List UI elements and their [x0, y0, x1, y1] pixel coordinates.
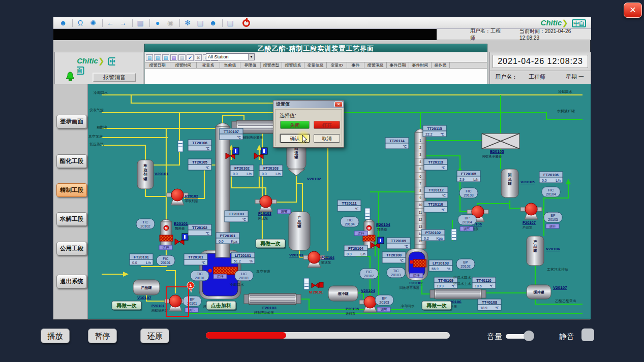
- instrument-TT40110[interactable]: TT4011018.6℃: [472, 277, 496, 288]
- controller-TIC20103[interactable]: TIC20103: [387, 268, 405, 278]
- play-button[interactable]: 播放: [41, 328, 70, 343]
- restore-button[interactable]: 还原: [140, 328, 169, 343]
- diagram-button-4[interactable]: 再做一次: [422, 301, 452, 311]
- alarm-page-icon-3[interactable]: ▤: [162, 54, 169, 61]
- instrument-FT20103[interactable]: FT201030.0L/h: [259, 165, 283, 176]
- power-icon[interactable]: [242, 19, 250, 27]
- status-box[interactable]: 运行: [213, 274, 227, 279]
- back-icon[interactable]: ←: [105, 18, 116, 27]
- instrument-FT20105[interactable]: FT201052.9L/h: [457, 171, 480, 182]
- alarm-column-13[interactable]: 操作员: [432, 62, 450, 68]
- sidebar-item-6[interactable]: 退出系统: [56, 275, 87, 288]
- settings-icon[interactable]: ✻: [182, 18, 193, 27]
- alarm-column-1[interactable]: 报警时间: [170, 62, 197, 68]
- alarm-column-10[interactable]: 报警消息: [364, 62, 387, 68]
- status-box[interactable]: 运行: [410, 273, 423, 278]
- controller-TIC20104[interactable]: TIC20104: [341, 217, 359, 227]
- instrument-LIT20101[interactable]: LIT2010151.2%: [231, 252, 255, 264]
- controller-BP20105[interactable]: BP20105: [544, 212, 562, 222]
- instrument-TT20110[interactable]: TT20110℃: [424, 201, 447, 212]
- sidebar-item-2[interactable]: 酯化工段: [56, 154, 87, 168]
- alarm-mute-button[interactable]: 报警消音: [93, 73, 136, 82]
- instrument-TT20108[interactable]: TT20108℃: [382, 252, 406, 263]
- status-box[interactable]: 运行: [159, 245, 172, 250]
- controller-FIC20101[interactable]: FIC20101: [157, 255, 175, 266]
- chevron-down-icon[interactable]: ▼: [248, 54, 254, 60]
- dialog-close-icon[interactable]: ✕: [334, 102, 343, 107]
- forward-icon[interactable]: →: [117, 18, 129, 27]
- volume-slider-thumb[interactable]: [524, 331, 534, 341]
- instrument-TT40108[interactable]: TT4010818.9℃: [478, 299, 501, 310]
- alarm-column-7[interactable]: 变量信息: [304, 62, 327, 68]
- status-box[interactable]: 调节: [278, 209, 291, 214]
- diagram-button-2[interactable]: 点击加料: [206, 301, 237, 311]
- progress-bar[interactable]: [206, 332, 450, 339]
- alarm-page-icon-1[interactable]: ▤: [146, 54, 153, 61]
- controller-FIC20104[interactable]: FIC20104: [542, 187, 560, 197]
- instrument-FT20101[interactable]: FT201010.0L/h: [130, 254, 153, 265]
- alarm-column-9[interactable]: 事件: [347, 62, 364, 68]
- instrument-TT20115[interactable]: TT2011522.2℃: [423, 125, 446, 137]
- close-value-button[interactable]: 关闭: [280, 121, 310, 129]
- cancel-button[interactable]: 取消: [314, 134, 340, 143]
- alarm-check-icon[interactable]: ✔: [187, 54, 194, 61]
- controller-FIC20102[interactable]: FIC20102: [360, 269, 378, 279]
- stop-icon[interactable]: ●: [152, 18, 163, 27]
- close-window-button[interactable]: ✕: [624, 3, 642, 18]
- chart-icon[interactable]: ▦: [135, 18, 146, 27]
- alarm-table-body[interactable]: [145, 69, 487, 84]
- sidebar-item-5[interactable]: 公用工段: [56, 242, 87, 255]
- controller-LIC20101[interactable]: LIC20101: [235, 271, 253, 281]
- alarm-page-icon-4[interactable]: ▤: [170, 54, 177, 61]
- instrument-TT20113[interactable]: TT20113℃: [424, 159, 447, 170]
- instrument-TT20112[interactable]: TT20112℃: [424, 187, 448, 198]
- alarm-cross-icon[interactable]: ✖: [195, 54, 202, 61]
- controller-TIC20101[interactable]: TIC20101: [191, 271, 209, 281]
- status-box[interactable]: 运行: [354, 231, 367, 236]
- operator-icon[interactable]: ☻: [207, 18, 219, 27]
- alarm-column-0[interactable]: 报警日期: [145, 62, 170, 68]
- bell-icon[interactable]: Ω: [75, 18, 86, 27]
- sidebar-item-4[interactable]: 水解工段: [56, 212, 87, 226]
- status-box[interactable]: 调节: [460, 226, 473, 231]
- controller-BP20102[interactable]: BP20102: [456, 259, 475, 269]
- controller-BP20104[interactable]: BP20104: [458, 215, 476, 225]
- instrument-FT20102[interactable]: FT201020.0L/h: [230, 165, 254, 176]
- alarm-column-4[interactable]: 界限值: [240, 62, 261, 68]
- status-box[interactable]: 调节: [546, 224, 559, 228]
- alarm-page-icon-2[interactable]: ▤: [154, 54, 161, 61]
- alarm-page-icon-5[interactable]: ▤: [178, 54, 186, 61]
- instrument-TT20111[interactable]: TT20111℃: [338, 200, 361, 211]
- instrument-FT20106[interactable]: FT201060.0L/h: [539, 172, 563, 183]
- status-box[interactable]: 调节: [185, 308, 198, 312]
- report-icon[interactable]: ▤: [195, 18, 206, 27]
- open-value-button[interactable]: 打开: [314, 121, 340, 129]
- station-dropdown[interactable]: All Station ▼: [206, 53, 255, 60]
- sidebar-item-1[interactable]: 登录画面: [56, 115, 87, 128]
- controller-TIC20102[interactable]: TIC20102: [136, 219, 155, 229]
- alarm-column-2[interactable]: 变量名: [197, 62, 220, 68]
- instrument-TT20107[interactable]: TT20107℃: [220, 128, 243, 140]
- mute-checkbox[interactable]: [581, 328, 594, 341]
- user-icon[interactable]: ☻: [57, 18, 69, 27]
- instrument-PT20102[interactable]: PT201020.2Kpa: [421, 229, 445, 241]
- pause-button[interactable]: 暂停: [88, 328, 117, 343]
- confirm-button[interactable]: 确认: [280, 134, 310, 143]
- document-icon[interactable]: ▤: [225, 18, 236, 27]
- instrument-TT20106[interactable]: TT20106℃: [188, 140, 211, 151]
- instrument-TT20109[interactable]: TT20109℃: [387, 238, 410, 249]
- instrument-LIT20103[interactable]: LIT2010355.9%: [429, 260, 452, 271]
- status-box[interactable]: 调节: [377, 307, 390, 312]
- alarm-column-3[interactable]: 当前值: [220, 62, 240, 68]
- instrument-FT20104[interactable]: FT201040.0L/h: [344, 245, 367, 256]
- sidebar-item-3[interactable]: 精制工段: [56, 183, 87, 197]
- instrument-TT20101[interactable]: TT20101℃: [184, 254, 207, 265]
- alarm-lamp-icon[interactable]: ✺: [87, 18, 99, 27]
- info-icon[interactable]: ◉: [165, 18, 176, 27]
- controller-BP20103[interactable]: BP20103: [375, 295, 393, 305]
- instrument-TT20102[interactable]: TT20102℃: [188, 224, 211, 236]
- alarm-column-12[interactable]: 事件时间: [409, 62, 432, 68]
- instrument-TT20103[interactable]: TT20103℃: [225, 211, 248, 222]
- controller-FIC20103[interactable]: FIC20103: [459, 188, 478, 198]
- alarm-column-6[interactable]: 报警组名: [282, 62, 304, 68]
